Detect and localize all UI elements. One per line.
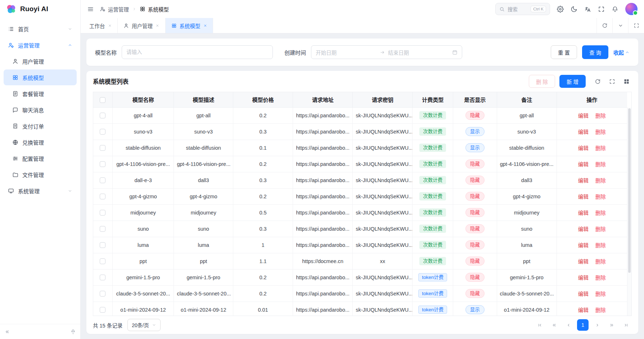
delete-link[interactable]: 删除	[595, 259, 606, 265]
close-icon[interactable]	[156, 24, 159, 28]
reset-button[interactable]: 重 置	[551, 45, 577, 59]
row-checkbox[interactable]	[100, 210, 105, 216]
edit-link[interactable]: 编辑	[578, 226, 589, 232]
fast-prev-button[interactable]	[548, 319, 560, 331]
edit-link[interactable]: 编辑	[578, 275, 589, 281]
delete-link[interactable]: 删除	[595, 291, 606, 297]
row-checkbox[interactable]	[100, 242, 105, 248]
model-name-input[interactable]	[122, 45, 273, 59]
tab-workbench[interactable]: 工作台	[84, 18, 118, 33]
row-checkbox[interactable]	[100, 194, 105, 199]
edit-link[interactable]: 编辑	[578, 291, 589, 297]
app-logo[interactable]: Ruoyi AI	[0, 0, 80, 18]
row-checkbox[interactable]	[100, 177, 105, 183]
moon-icon[interactable]	[571, 6, 577, 13]
table-scrollbar[interactable]	[627, 108, 631, 316]
table-row: ppt ppt 1.1 https://docmee.cn xx 次数计费 隐藏…	[93, 253, 627, 269]
close-icon[interactable]	[108, 24, 112, 28]
close-icon[interactable]	[203, 24, 207, 28]
delete-link[interactable]: 删除	[595, 194, 606, 200]
tab-system-model[interactable]: 系统模型	[166, 18, 213, 33]
user-avatar[interactable]	[625, 3, 638, 15]
pin-icon[interactable]	[70, 329, 76, 335]
select-all-checkbox[interactable]	[100, 97, 105, 103]
chevron-down-icon	[68, 27, 72, 31]
row-checkbox[interactable]	[100, 129, 105, 135]
edit-link[interactable]: 编辑	[578, 162, 589, 167]
prev-page-button[interactable]	[563, 319, 574, 331]
batch-delete-button[interactable]: 删 除	[529, 75, 555, 88]
sidebar-item-exchange-management[interactable]: 兑换管理	[4, 134, 77, 150]
breadcrumb-item-system-model[interactable]: 系统模型	[140, 5, 169, 13]
sidebar-item-operations[interactable]: 运营管理	[4, 37, 77, 53]
chevron-down-icon[interactable]	[612, 18, 628, 33]
next-page-button[interactable]	[591, 319, 603, 331]
delete-link[interactable]: 删除	[595, 275, 606, 281]
date-range-picker[interactable]: 开始日期 结束日期	[311, 45, 462, 59]
delete-link[interactable]: 删除	[595, 178, 606, 184]
delete-link[interactable]: 删除	[595, 210, 606, 216]
bell-icon[interactable]	[612, 6, 618, 13]
fullscreen-icon[interactable]	[607, 76, 617, 87]
fast-next-button[interactable]	[606, 319, 617, 331]
sidebar-item-home[interactable]: 首页	[4, 21, 77, 37]
sidebar-collapse-button[interactable]	[4, 329, 10, 335]
delete-link[interactable]: 删除	[595, 243, 606, 248]
sidebar-item-chat-messages[interactable]: 聊天消息	[4, 102, 77, 118]
edit-link[interactable]: 编辑	[578, 145, 589, 151]
delete-link[interactable]: 删除	[595, 145, 606, 151]
row-checkbox[interactable]	[100, 307, 105, 313]
sidebar-item-system-model[interactable]: 系统模型	[4, 69, 77, 85]
page-size-select[interactable]: 20条/页	[127, 319, 160, 331]
translate-icon[interactable]	[584, 6, 591, 13]
delete-link[interactable]: 删除	[595, 129, 606, 135]
edit-link[interactable]: 编辑	[578, 210, 589, 216]
sidebar-item-label: 首页	[18, 25, 64, 33]
page-1-button[interactable]: 1	[577, 319, 589, 331]
delete-link[interactable]: 删除	[595, 307, 606, 313]
fullscreen-icon[interactable]	[598, 6, 605, 13]
edit-link[interactable]: 编辑	[578, 113, 589, 119]
edit-link[interactable]: 编辑	[578, 307, 589, 313]
checkbox-cell	[93, 269, 112, 285]
column-settings-icon[interactable]	[621, 76, 632, 87]
collapse-filter-link[interactable]: 收起	[613, 49, 630, 56]
submenu-operations: 用户管理 系统模型 套餐管理 聊天消息 支付订单 兑换管理 配置管理 文件管理	[4, 53, 77, 182]
sidebar-item-file-management[interactable]: 文件管理	[4, 167, 77, 182]
sidebar-toggle-button[interactable]	[87, 6, 94, 13]
global-search[interactable]: 搜索 Ctrl K	[495, 3, 550, 15]
edit-link[interactable]: 编辑	[578, 259, 589, 265]
delete-link[interactable]: 删除	[595, 162, 606, 167]
row-checkbox[interactable]	[100, 145, 105, 151]
edit-link[interactable]: 编辑	[578, 243, 589, 248]
sidebar-item-config-management[interactable]: 配置管理	[4, 150, 77, 166]
sidebar-item-package-management[interactable]: 套餐管理	[4, 86, 77, 101]
row-checkbox[interactable]	[100, 291, 105, 297]
edit-link[interactable]: 编辑	[578, 194, 589, 200]
row-checkbox[interactable]	[100, 258, 105, 264]
breadcrumb-item-operations[interactable]: 运营管理	[100, 5, 129, 13]
edit-link[interactable]: 编辑	[578, 129, 589, 135]
fullscreen-icon[interactable]	[628, 18, 644, 33]
gear-icon[interactable]	[557, 6, 564, 13]
sidebar-item-label: 套餐管理	[22, 90, 72, 98]
last-page-button[interactable]	[620, 319, 632, 331]
refresh-icon[interactable]	[592, 76, 603, 87]
edit-link[interactable]: 编辑	[578, 178, 589, 184]
first-page-button[interactable]	[534, 319, 545, 331]
row-checkbox[interactable]	[100, 226, 105, 232]
tab-user-management[interactable]: 用户管理	[118, 18, 166, 33]
row-checkbox[interactable]	[100, 113, 105, 118]
row-checkbox[interactable]	[100, 275, 105, 280]
add-button[interactable]: 新 增	[559, 75, 586, 88]
delete-link[interactable]: 删除	[595, 113, 606, 119]
sidebar-item-system-management[interactable]: 系统管理	[4, 183, 77, 199]
checkbox-cell	[93, 302, 112, 316]
row-checkbox[interactable]	[100, 161, 105, 167]
delete-link[interactable]: 删除	[595, 226, 606, 232]
refresh-icon[interactable]	[596, 18, 612, 33]
sidebar-item-user-management[interactable]: 用户管理	[4, 53, 77, 69]
sidebar-item-payment-orders[interactable]: 支付订单	[4, 118, 77, 134]
query-button[interactable]: 查 询	[582, 45, 608, 59]
scrollbar-thumb[interactable]	[628, 108, 631, 273]
